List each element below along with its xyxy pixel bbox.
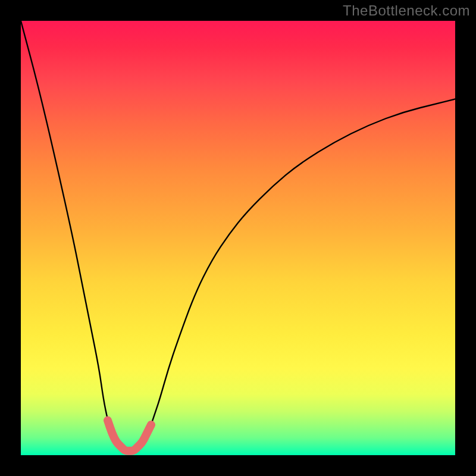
- watermark-text: TheBottleneck.com: [343, 2, 470, 19]
- bottleneck-curve: [21, 21, 455, 451]
- bottleneck-curve-highlight: [108, 421, 151, 451]
- plot-area: [21, 21, 455, 455]
- chart-frame: TheBottleneck.com: [0, 0, 476, 476]
- chart-svg: [21, 21, 455, 455]
